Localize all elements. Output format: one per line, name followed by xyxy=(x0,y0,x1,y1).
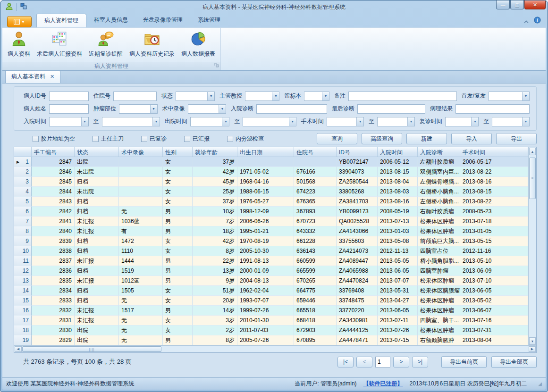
ribbon-button-history[interactable]: 病人资料历史记录 xyxy=(126,29,178,59)
grid-header-surgery-date[interactable]: 手术时间 xyxy=(460,147,528,157)
checkbox-box-icon[interactable] xyxy=(227,136,233,142)
filter-combo-surgery-date-to[interactable]: ▼ xyxy=(377,117,415,126)
query-button[interactable]: 查询 xyxy=(317,133,357,144)
checkbox-box-icon[interactable] xyxy=(93,136,99,142)
filter-combo-tumor-site[interactable]: ▼ xyxy=(119,104,158,114)
horizontal-scrollbar[interactable]: ◀ |||| ▶ xyxy=(14,345,536,352)
ribbon-button-patient[interactable]: 病人资料 xyxy=(4,29,34,59)
filter-combo-professor[interactable]: ▼ xyxy=(245,92,279,101)
grid-header-status[interactable]: 状态 xyxy=(75,147,119,157)
grid-row[interactable]: 172831未汇报无女3岁2010-01-30668418ZA343098120… xyxy=(14,316,528,325)
filter-combo-admission-date-from[interactable]: ▼ xyxy=(49,117,89,126)
last-page-button[interactable]: >| xyxy=(412,357,428,367)
ribbon-collapse-icon[interactable] xyxy=(523,17,529,25)
grid-row[interactable]: 122836归档1519男13岁2000-01-09665599ZA406598… xyxy=(14,266,528,276)
grid-header-admission-date[interactable]: 入院时间 xyxy=(378,147,418,157)
grid-header-manual-no[interactable]: 手工编号 xyxy=(32,147,75,157)
grid-row[interactable]: 192829出院无男8岁2005-07-26670895ZA4478471201… xyxy=(14,335,528,345)
grid-row[interactable]: 62842归档无男10岁1998-12-09367893YB0099173200… xyxy=(14,207,528,217)
grid-row[interactable]: 72841未汇报1036蓝男7岁2006-06-26670723QA002552… xyxy=(14,217,528,226)
export-current-page-button[interactable]: 导出当前页 xyxy=(441,356,487,368)
grid-header-gender[interactable]: 性别 xyxy=(163,147,193,157)
filter-combo-discharge-date-from[interactable]: ▼ xyxy=(190,117,230,126)
checkbox-revisited[interactable]: 已复诊 xyxy=(141,135,167,143)
export-all-pages-button[interactable]: 导出全部页 xyxy=(491,356,537,368)
titlebar[interactable]: 病人基本资料 - 某某医院神经外科-神经外科数据管理系统 — ▢ ✕ xyxy=(2,0,546,14)
grid-row[interactable]: 182830出院无女2岁2011-07-03672903ZA4444125201… xyxy=(14,325,528,335)
scroll-up-icon[interactable]: ▲ xyxy=(529,148,536,155)
filter-input-final-diagnosis[interactable] xyxy=(357,104,425,114)
filter-combo-revisit-date-to[interactable]: ▼ xyxy=(492,117,530,126)
ribbon-tab-patient-data[interactable]: 病人资料管理 xyxy=(36,14,86,27)
prev-page-button[interactable]: < xyxy=(356,357,372,367)
checkbox-film-address-empty[interactable]: 胶片地址为空 xyxy=(33,135,75,143)
checkbox-chief-surgeon[interactable]: 主任主刀 xyxy=(93,135,124,143)
grid-row[interactable]: 132835未汇报1012蓝男9岁2004-08-13670265ZA44708… xyxy=(14,276,528,286)
grid-row[interactable]: 92839归档1472女42岁1970-08-19661228337556032… xyxy=(14,236,528,246)
grid-header-admission-no[interactable]: 住院号 xyxy=(294,147,337,157)
grid-row[interactable]: ▶12847出院女37岁YB00721472006-05-12左额叶胶质瘤200… xyxy=(14,157,528,167)
resize-grip-icon[interactable]: ◢ xyxy=(538,381,542,386)
filter-input-admission-no[interactable] xyxy=(113,92,157,101)
tab-close-icon[interactable]: ✕ xyxy=(50,74,54,80)
filter-input-remark[interactable] xyxy=(348,92,457,101)
filter-combo-surgery-video[interactable]: ▼ xyxy=(188,104,227,114)
grid-row[interactable]: 152833归档无女20岁1993-07-0765944633748475201… xyxy=(14,296,528,306)
grid-header-indicator[interactable] xyxy=(14,147,32,157)
filter-combo-revisit-date-from[interactable]: ▼ xyxy=(445,117,479,126)
new-button[interactable]: 新建 xyxy=(406,133,447,144)
ribbon-button-revisit-reminder[interactable]: 近期复诊提醒 xyxy=(85,29,126,59)
import-button[interactable]: 导入 xyxy=(451,133,492,144)
grid-row[interactable]: 162832未汇报1517男14岁1999-07-266655183377022… xyxy=(14,306,528,316)
filter-combo-admission-date-to[interactable]: ▼ xyxy=(102,117,160,126)
ribbon-tab-system[interactable]: 系统管理 xyxy=(190,14,228,27)
app-menu-button[interactable]: ▼ xyxy=(7,16,32,27)
grid-header-surgery-video[interactable]: 术中录像 xyxy=(119,147,163,157)
first-page-button[interactable]: |< xyxy=(337,357,354,367)
checkbox-box-icon[interactable] xyxy=(184,136,190,142)
filter-input-patient-name[interactable] xyxy=(49,104,89,114)
dialog-launcher-icon[interactable] xyxy=(214,62,219,69)
filter-combo-surgery-date-from[interactable]: ▼ xyxy=(327,117,364,126)
ribbon-tab-disc-tape[interactable]: 光盘录像带管理 xyxy=(135,14,190,27)
ribbon-button-postop-report[interactable]: 术后病人汇报资料 xyxy=(34,29,85,59)
filter-input-pathology-result[interactable] xyxy=(455,104,530,114)
grid-row[interactable]: 42844未出院女25岁1988-06-15674223338052682013… xyxy=(14,187,528,197)
scroll-left-icon[interactable]: ◀ xyxy=(15,346,22,352)
filter-input-patient-id[interactable] xyxy=(49,92,89,101)
advanced-query-button[interactable]: 高级查询 xyxy=(362,133,402,144)
grid-row[interactable]: 22846未出院女42岁1971-05-02676166339040732013… xyxy=(14,167,528,177)
scroll-down-icon[interactable]: ▼ xyxy=(529,337,536,345)
checkbox-box-icon[interactable] xyxy=(141,136,147,142)
checkbox-box-icon[interactable] xyxy=(33,136,39,142)
grid-row[interactable]: 112837未汇报1444男22岁1991-08-13660599ZA40894… xyxy=(14,256,528,266)
minimize-button[interactable]: — xyxy=(496,0,510,9)
info-icon[interactable]: i xyxy=(534,17,541,25)
grid-row[interactable]: 32845归档女45岁1968-04-16501568ZA25805442013… xyxy=(14,177,528,187)
filter-combo-first-relapse[interactable]: ▼ xyxy=(489,92,530,101)
checkbox-endocrine-exam[interactable]: 内分泌检查 xyxy=(227,135,264,143)
filter-combo-discharge-date-to[interactable]: ▼ xyxy=(243,117,296,126)
page-input[interactable] xyxy=(375,357,390,367)
grid-header-id-no[interactable]: ID号 xyxy=(337,147,378,157)
grid-header-birth-date[interactable]: 出生日期 xyxy=(237,147,294,157)
filter-input-admission-diagnosis[interactable] xyxy=(256,104,327,114)
horizontal-scroll-thumb[interactable]: |||| xyxy=(22,346,161,352)
grid-row[interactable]: 102838归档1110女8岁2005-10-30636143ZA4214073… xyxy=(14,246,528,256)
filter-combo-status[interactable]: ▼ xyxy=(176,92,215,101)
maximize-button[interactable]: ▢ xyxy=(510,0,524,9)
scroll-right-icon[interactable]: ▶ xyxy=(529,346,536,352)
grid-row[interactable]: 52843归档女37岁1976-05-27676365ZA38417032013… xyxy=(14,197,528,207)
grid-row[interactable]: 82840未汇报有男18岁1995-01-21643332ZA414306620… xyxy=(14,226,528,236)
checkbox-reported[interactable]: 已汇报 xyxy=(184,135,210,143)
next-page-button[interactable]: > xyxy=(393,357,409,367)
windows-layout-icon[interactable] xyxy=(20,3,27,11)
vertical-scroll-thumb[interactable]: ≡ xyxy=(529,158,536,199)
grid-header-visit-age[interactable]: 就诊年龄 xyxy=(193,147,237,157)
close-button[interactable]: ✕ xyxy=(524,0,546,9)
ribbon-button-report-chart[interactable]: 病人数据报表 xyxy=(178,29,219,59)
ribbon-tab-dept-staff[interactable]: 科室人员信息 xyxy=(86,14,135,27)
registered-link[interactable]: 【软件已注册】 xyxy=(363,380,403,388)
export-button[interactable]: 导出 xyxy=(496,133,537,144)
vertical-scrollbar[interactable]: ▲ ≡ ▼ xyxy=(528,147,536,345)
